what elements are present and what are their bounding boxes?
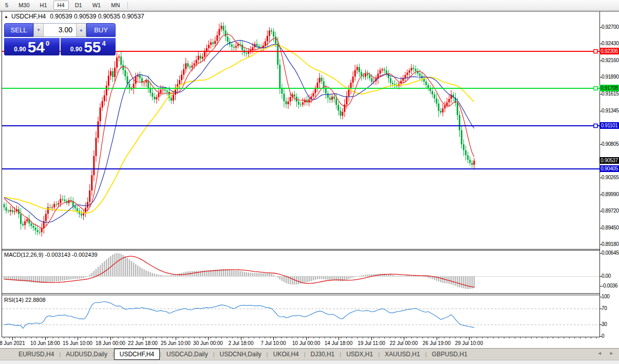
timeframe-button-h1[interactable]: H1: [36, 1, 51, 10]
candle-body: [463, 144, 464, 150]
buy-price-box[interactable]: 0.90 55 4: [61, 38, 116, 55]
tab-gbpusd-h1[interactable]: GBPUSD,H1: [427, 349, 473, 359]
volume-increase-icon[interactable]: ▲: [76, 24, 86, 36]
macd-axis-tick: 0.006455: [602, 250, 619, 256]
tab-ukoil-h4[interactable]: UKOil,H4: [268, 349, 304, 359]
collapse-arrow-icon[interactable]: ▲: [4, 14, 8, 19]
candle-body: [62, 199, 63, 200]
sell-price-box[interactable]: 0.90 54 0: [4, 38, 60, 55]
hline-handle[interactable]: [594, 87, 597, 90]
candle-body: [350, 83, 352, 89]
macd-signal-line: [4, 256, 474, 287]
macd-histogram-bar: [129, 259, 130, 276]
macd-histogram-bar: [93, 271, 95, 276]
bottom-strip: [0, 360, 619, 364]
buy-button[interactable]: BUY: [86, 23, 116, 37]
macd-histogram-bar: [260, 273, 261, 276]
tab-eurusd-h4[interactable]: EURUSD,H4: [13, 349, 59, 359]
macd-histogram-bar: [152, 273, 153, 276]
candle-body: [112, 71, 114, 77]
hline-handle[interactable]: [594, 124, 597, 128]
volume-input[interactable]: 3.00: [44, 24, 76, 36]
macd-histogram-bar: [470, 276, 471, 289]
macd-histogram-bar: [239, 271, 240, 276]
hline-handle[interactable]: [594, 50, 597, 53]
macd-histogram-bar: [405, 276, 406, 276]
timeframe-button-h4[interactable]: H4: [53, 1, 69, 10]
candle-body: [390, 78, 391, 83]
candle-body: [147, 81, 149, 88]
candle-body: [135, 76, 137, 84]
candle-body: [361, 72, 362, 75]
tab-scroll-right-icon[interactable]: ►: [609, 351, 614, 356]
candle-body: [446, 102, 448, 105]
time-axis-label: 7 Jul 10:00: [261, 340, 286, 346]
macd-histogram-bar: [390, 275, 391, 276]
macd-histogram-bar: [229, 270, 230, 276]
timeframe-button-m30[interactable]: M30: [14, 1, 33, 10]
sell-button[interactable]: SELL: [4, 23, 33, 37]
macd-histogram-bar: [457, 276, 458, 286]
macd-histogram-bar: [337, 276, 339, 281]
macd-histogram-bar: [141, 268, 142, 276]
candle-body: [380, 70, 381, 74]
candle-body: [124, 70, 126, 76]
macd-histogram-bar: [91, 273, 92, 276]
tab-audusd-daily[interactable]: AUDUSD,Daily: [61, 349, 112, 359]
macd-histogram-bar: [60, 276, 61, 281]
tab-scroll-left-icon[interactable]: ◄: [597, 351, 602, 356]
candle-body: [357, 67, 358, 70]
timeframe-button-d1[interactable]: D1: [71, 1, 86, 10]
macd-histogram-bar: [149, 272, 151, 276]
macd-histogram-bar: [66, 276, 67, 280]
timeframe-button-5[interactable]: 5: [1, 1, 12, 10]
macd-histogram-bar: [114, 254, 115, 276]
macd-histogram-bar: [365, 275, 366, 276]
candle-body: [365, 74, 366, 77]
candle-body: [81, 214, 82, 215]
macd-histogram-bar: [110, 256, 111, 276]
tab-usdcad-daily[interactable]: USDCAD,Daily: [161, 349, 213, 359]
tab-usdx-h1[interactable]: USDX,H1: [341, 349, 378, 359]
macd-histogram-bar: [198, 271, 199, 276]
candle-body: [185, 63, 186, 69]
macd-histogram-bar: [323, 276, 324, 279]
candle-body: [465, 150, 466, 156]
macd-histogram-bar: [231, 270, 232, 276]
candle-body: [288, 102, 289, 104]
tab-scroll-arrows: ◄ ►: [591, 351, 614, 356]
candle-body: [231, 45, 233, 47]
tab-usdcnh-daily[interactable]: USDCNH,Daily: [215, 349, 267, 359]
candle-body: [194, 63, 195, 65]
tab-xauusd-h1[interactable]: XAUUSD,H1: [380, 349, 425, 359]
volume-decrease-icon[interactable]: ▼: [34, 24, 44, 36]
timeframe-button-w1[interactable]: W1: [88, 1, 105, 10]
macd-histogram-bar: [425, 276, 426, 277]
candle-body: [202, 57, 203, 59]
macd-histogram-bar: [131, 261, 132, 276]
candle-body: [14, 212, 15, 213]
ohlc-values: 0.90539 0.90539 0.90535 0.90537: [50, 13, 144, 20]
macd-histogram-bar: [194, 271, 195, 276]
horizontal-line-objects[interactable]: [2, 50, 599, 169]
macd-histogram-bar: [290, 276, 291, 284]
macd-histogram-bar: [55, 276, 57, 281]
tab-dj30-h1[interactable]: DJ30,H1: [306, 349, 340, 359]
timeframe-button-mn[interactable]: MN: [107, 1, 124, 10]
candle-body: [438, 104, 439, 111]
macd-histogram-bar: [237, 271, 238, 276]
tab-usdchf-h4[interactable]: USDCHF,H4: [114, 349, 160, 360]
macd-histogram-bar: [346, 276, 347, 280]
macd-histogram-bar: [331, 276, 332, 280]
candle-body: [312, 93, 314, 97]
candle-body: [204, 51, 205, 56]
time-axis-label: 8 Jun 2021: [0, 340, 25, 346]
macd-histogram-bar: [154, 274, 155, 276]
macd-histogram-bar: [269, 273, 270, 276]
macd-histogram-bar: [258, 273, 259, 276]
candle-body: [4, 204, 5, 207]
candle-body: [384, 69, 385, 71]
price-axis-tick: 0.91345: [602, 108, 619, 113]
time-axis-label: 2 Jul 18:00: [229, 340, 254, 346]
macd-histogram-bar: [246, 272, 247, 276]
